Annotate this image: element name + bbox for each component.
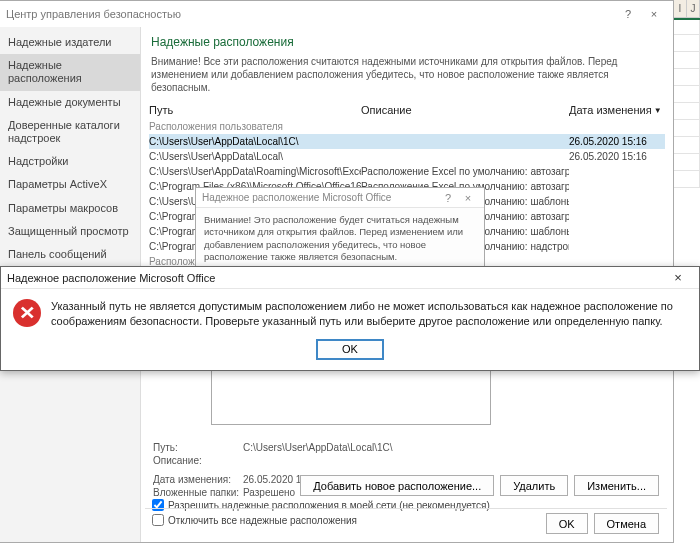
sort-descending-icon: ▼ xyxy=(654,106,662,115)
sidebar-item-addin-catalogs[interactable]: Доверенные каталоги надстроек xyxy=(0,114,140,150)
row-date xyxy=(569,180,665,193)
remove-button[interactable]: Удалить xyxy=(500,475,568,496)
row-date xyxy=(569,165,665,178)
sidebar-item-trusted-documents[interactable]: Надежные документы xyxy=(0,91,140,114)
excel-cell[interactable] xyxy=(674,18,700,35)
row-desc xyxy=(361,135,569,148)
excel-cell[interactable] xyxy=(674,52,700,69)
col-header-path[interactable]: Путь xyxy=(149,104,361,116)
excel-cell[interactable] xyxy=(674,86,700,103)
help-button[interactable]: ? xyxy=(615,8,641,20)
sidebar-item-trusted-locations[interactable]: Надежные расположения xyxy=(0,54,140,90)
dialog-title: Центр управления безопасностью xyxy=(6,8,615,20)
row-date xyxy=(569,240,665,253)
location-row[interactable]: C:\Users\User\AppData\Local\ 26.05.2020 … xyxy=(149,149,665,164)
inner-warning: Внимание! Это расположение будет считать… xyxy=(204,214,476,263)
excel-cell[interactable] xyxy=(674,35,700,52)
error-titlebar: Надежное расположение Microsoft Office × xyxy=(1,267,699,289)
row-desc: Расположение Excel по умолчанию: автозаг… xyxy=(361,165,569,178)
inner-dialog-title: Надежное расположение Microsoft Office xyxy=(202,192,438,203)
row-date xyxy=(569,195,665,208)
sidebar-item-addins[interactable]: Надстройки xyxy=(0,150,140,173)
sidebar-item-protected-view[interactable]: Защищенный просмотр xyxy=(0,220,140,243)
error-message: Указанный путь не является допустимым ра… xyxy=(51,299,687,329)
excel-col-header[interactable]: J xyxy=(687,0,700,17)
inner-titlebar: Надежное расположение Microsoft Office ?… xyxy=(196,188,484,208)
excel-cell[interactable] xyxy=(674,120,700,137)
row-path: C:\Users\User\AppData\Local\1C\ xyxy=(149,135,361,148)
dialog-footer: OK Отмена xyxy=(145,508,667,538)
list-header: Путь Описание Дата изменения ▼ xyxy=(149,102,665,119)
col-header-date-label: Дата изменения xyxy=(569,104,652,116)
excel-cell[interactable] xyxy=(674,69,700,86)
row-path: C:\Users\User\AppData\Local\ xyxy=(149,150,361,163)
sidebar-item-message-bar[interactable]: Панель сообщений xyxy=(0,243,140,266)
panel-warning: Внимание! Все эти расположения считаются… xyxy=(149,55,665,102)
error-title: Надежное расположение Microsoft Office xyxy=(7,272,663,284)
row-desc xyxy=(361,150,569,163)
modify-button[interactable]: Изменить... xyxy=(574,475,659,496)
col-header-desc[interactable]: Описание xyxy=(361,104,569,116)
excel-cell[interactable] xyxy=(674,137,700,154)
row-date: 26.05.2020 15:16 xyxy=(569,135,665,148)
location-row[interactable]: C:\Users\User\AppData\Local\1C\ 26.05.20… xyxy=(149,134,665,149)
sidebar-item-macros[interactable]: Параметры макросов xyxy=(0,197,140,220)
sidebar-item-trusted-publishers[interactable]: Надежные издатели xyxy=(0,31,140,54)
trust-center-ok-button[interactable]: OK xyxy=(546,513,588,534)
panel-title: Надежные расположения xyxy=(149,31,665,55)
inner-close-button[interactable]: × xyxy=(458,192,478,204)
excel-col-header[interactable]: I xyxy=(674,0,687,17)
inner-help-button[interactable]: ? xyxy=(438,192,458,204)
error-icon: ✕ xyxy=(13,299,41,327)
error-close-button[interactable]: × xyxy=(663,270,693,285)
row-date: 26.05.2020 15:16 xyxy=(569,150,665,163)
error-ok-button[interactable]: OK xyxy=(316,339,384,360)
location-row[interactable]: C:\Users\User\AppData\Roaming\Microsoft\… xyxy=(149,164,665,179)
detail-desc-label: Описание: xyxy=(153,455,243,466)
row-path: C:\Users\User\AppData\Roaming\Microsoft\… xyxy=(149,165,361,178)
close-button[interactable]: × xyxy=(641,8,667,20)
detail-path-label: Путь: xyxy=(153,442,243,453)
group-user-locations: Расположения пользователя xyxy=(149,119,665,134)
excel-cell[interactable] xyxy=(674,103,700,120)
error-dialog: Надежное расположение Microsoft Office ×… xyxy=(0,266,700,371)
actions-row: Добавить новое расположение... Удалить И… xyxy=(145,475,667,496)
trust-center-cancel-button[interactable]: Отмена xyxy=(594,513,659,534)
description-textarea[interactable] xyxy=(211,363,491,425)
row-date xyxy=(569,225,665,238)
excel-cell[interactable] xyxy=(674,171,700,188)
excel-cell[interactable] xyxy=(674,154,700,171)
col-header-date[interactable]: Дата изменения ▼ xyxy=(569,104,665,116)
add-location-button[interactable]: Добавить новое расположение... xyxy=(300,475,494,496)
titlebar: Центр управления безопасностью ? × xyxy=(0,1,673,27)
detail-path-value: C:\Users\User\AppData\Local\1C\ xyxy=(243,442,393,453)
row-date xyxy=(569,210,665,223)
excel-selection-border xyxy=(674,18,700,20)
sidebar-item-activex[interactable]: Параметры ActiveX xyxy=(0,173,140,196)
